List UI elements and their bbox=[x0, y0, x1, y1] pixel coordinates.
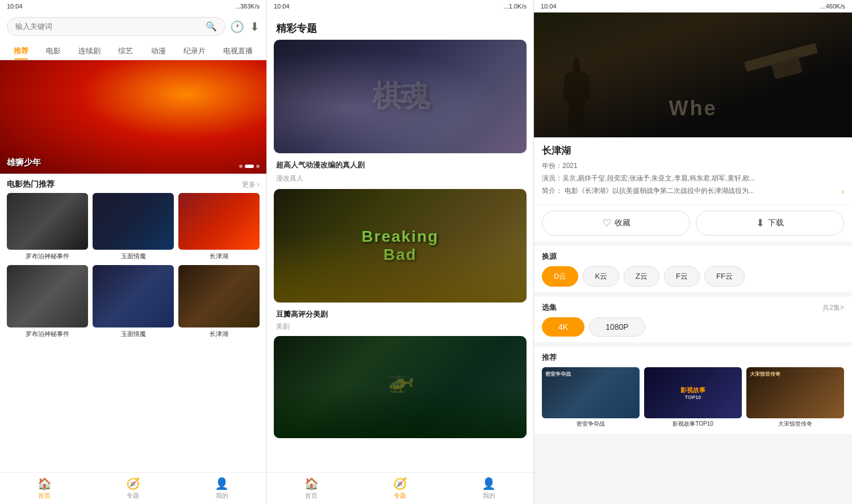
topic-header: 精彩专题 bbox=[267, 12, 533, 40]
movie-thumb-1 bbox=[7, 193, 88, 250]
movie-name2-3: 长津湖 bbox=[178, 330, 260, 338]
source-buttons: D云 K云 Z云 F云 FF云 bbox=[542, 266, 844, 287]
source-section: 换源 D云 K云 Z云 F云 FF云 bbox=[534, 246, 852, 292]
history-icon[interactable]: 🕐 bbox=[230, 20, 244, 33]
download-label: 下载 bbox=[768, 218, 784, 228]
status-bar-3: 10:04 ...460K/s bbox=[534, 0, 852, 12]
episode-count[interactable]: 共2集> bbox=[822, 303, 844, 313]
tab-recommend[interactable]: 推荐 bbox=[11, 43, 31, 60]
recommend-section: 推荐 密室争夺战 密室争夺战 影视故事 TOP10 影视故事TOP10 bbox=[534, 347, 852, 434]
nav-home-1[interactable]: 🏠 首页 bbox=[0, 473, 89, 503]
my-icon-2: 👤 bbox=[482, 477, 496, 490]
hero-dots bbox=[239, 165, 260, 168]
panel-topics: 10:04 ...1.0K/s 精彩专题 棋魂 超高人气动漫改编的真人剧 漫改真… bbox=[267, 0, 534, 504]
source-btn-d[interactable]: D云 bbox=[542, 266, 578, 287]
nav-my-2[interactable]: 👤 我的 bbox=[445, 473, 533, 503]
episode-btn-1080p[interactable]: 1080P bbox=[589, 317, 645, 337]
recommend-name-2: 影视故事TOP10 bbox=[644, 420, 742, 428]
tab-live[interactable]: 电视直播 bbox=[221, 43, 255, 60]
movie-section-header: 电影热门推荐 更多 › bbox=[0, 174, 266, 193]
expand-arrow[interactable]: › bbox=[841, 186, 844, 198]
episode-buttons: 4K 1080P bbox=[542, 317, 844, 337]
movie-card-2[interactable]: 玉面情魔 bbox=[93, 193, 174, 261]
topic-icon-2: 🧭 bbox=[393, 477, 407, 490]
recommend-card-2[interactable]: 影视故事 TOP10 影视故事TOP10 bbox=[644, 367, 742, 428]
hero-banner[interactable]: 雄狮少年 bbox=[0, 60, 266, 174]
download-icon[interactable]: ⬇ bbox=[250, 20, 260, 33]
video-player[interactable]: Whe bbox=[534, 12, 852, 137]
search-input-wrap[interactable]: 🔍 bbox=[7, 17, 225, 36]
source-btn-f[interactable]: F云 bbox=[664, 266, 700, 287]
movie-card2-1[interactable]: 罗布泊神秘事件 bbox=[7, 265, 88, 338]
desc-text: 电影《长津湖》以抗美援朝战争第二次战役中的长津湖战役为... bbox=[565, 186, 839, 196]
episode-section: 选集 共2集> 4K 1080P bbox=[534, 297, 852, 342]
episode-header: 选集 共2集> bbox=[542, 303, 844, 313]
topic-label-1: 专题 bbox=[127, 492, 139, 500]
topic-icon-1: 🧭 bbox=[126, 477, 140, 490]
dot-1 bbox=[239, 165, 243, 168]
movie-name2-2: 玉面情魔 bbox=[93, 330, 174, 338]
bottom-nav-1: 🏠 首页 🧭 专题 👤 我的 bbox=[0, 472, 266, 504]
source-btn-k[interactable]: K云 bbox=[583, 266, 619, 287]
rec-title-1: 密室争夺战 bbox=[542, 367, 640, 381]
status-bar-1: 10:04 ...383K/s bbox=[0, 0, 266, 12]
movie-card2-3[interactable]: 长津湖 bbox=[178, 265, 260, 338]
home-label-1: 首页 bbox=[38, 492, 51, 500]
episode-btn-4k[interactable]: 4K bbox=[542, 317, 584, 337]
video2-gradient bbox=[274, 387, 527, 438]
movie-thumb2-2 bbox=[93, 265, 174, 327]
source-label: 换源 bbox=[542, 251, 844, 262]
helicopter-icon: 🚁 bbox=[386, 367, 415, 393]
movie-thumb2-1 bbox=[7, 265, 88, 327]
recommend-card-3[interactable]: 大宋惊世传奇 大宋惊世传奇 bbox=[746, 367, 844, 428]
tab-variety[interactable]: 综艺 bbox=[116, 43, 135, 60]
search-input[interactable] bbox=[15, 22, 202, 31]
tab-anime[interactable]: 动漫 bbox=[149, 43, 168, 60]
rec-text-2: 影视故事 bbox=[680, 386, 705, 394]
signal-1: ...383K/s bbox=[235, 3, 260, 10]
topic-video-1[interactable]: BreakingBad bbox=[274, 189, 527, 303]
status-bar-2: 10:04 ...1.0K/s bbox=[267, 0, 533, 12]
panel-home: 10:04 ...383K/s 🔍 🕐 ⬇ 推荐 电影 连续剧 综艺 动漫 bbox=[0, 0, 267, 504]
dot-3 bbox=[256, 165, 260, 168]
collect-button[interactable]: ♡ 收藏 bbox=[542, 211, 690, 236]
section-title: 电影热门推荐 bbox=[7, 179, 55, 190]
movie-card2-2[interactable]: 玉面情魔 bbox=[93, 265, 174, 338]
nav-topic-1[interactable]: 🧭 专题 bbox=[89, 473, 177, 503]
movie-name2-1: 罗布泊神秘事件 bbox=[7, 330, 88, 338]
movie-card-3[interactable]: 长津湖 bbox=[178, 193, 260, 261]
source-btn-z[interactable]: Z云 bbox=[624, 266, 659, 287]
movie-card-1[interactable]: 罗布泊神秘事件 bbox=[7, 193, 88, 261]
source-btn-ff[interactable]: FF云 bbox=[704, 266, 745, 287]
my-label-2: 我的 bbox=[483, 492, 495, 500]
nav-topic-2[interactable]: 🧭 专题 bbox=[356, 473, 444, 503]
more-button[interactable]: 更多 › bbox=[242, 180, 260, 190]
movie-thumb2-3 bbox=[178, 265, 260, 327]
recommend-grid: 密室争夺战 密室争夺战 影视故事 TOP10 影视故事TOP10 大宋惊世传奇 … bbox=[542, 367, 844, 428]
bottom-nav-2: 🏠 首页 🧭 专题 👤 我的 bbox=[267, 472, 533, 504]
movie-grid-2: 罗布泊神秘事件 玉面情魔 长津湖 bbox=[0, 265, 266, 338]
topic-subdesc-1: 漫改真人 bbox=[267, 173, 533, 189]
home-label-2: 首页 bbox=[305, 492, 318, 500]
topic-video-2[interactable]: 🚁 bbox=[274, 336, 527, 438]
tab-series[interactable]: 连续剧 bbox=[76, 43, 103, 60]
nav-my-1[interactable]: 👤 我的 bbox=[178, 473, 266, 503]
nav-home-2[interactable]: 🏠 首页 bbox=[267, 473, 356, 503]
download-button[interactable]: ⬇ 下载 bbox=[696, 211, 844, 236]
recommend-thumb-2: 影视故事 TOP10 bbox=[644, 367, 742, 418]
tab-documentary[interactable]: 纪录片 bbox=[181, 43, 208, 60]
collect-label: 收藏 bbox=[615, 218, 630, 228]
dot-2 bbox=[245, 165, 254, 168]
topic-banner-1[interactable]: 棋魂 bbox=[274, 40, 527, 153]
home-icon-2: 🏠 bbox=[304, 477, 319, 490]
rec-content-2: 影视故事 TOP10 bbox=[678, 384, 708, 402]
recommend-name-3: 大宋惊世传奇 bbox=[746, 420, 844, 428]
search-icon[interactable]: 🔍 bbox=[206, 21, 217, 32]
tab-movie[interactable]: 电影 bbox=[44, 43, 63, 60]
topic-desc-1: 超高人气动漫改编的真人剧 bbox=[267, 158, 533, 173]
movie-actors: 演员：吴京,易烊千玺,段奕宏,张涵予,朱亚文,李晨,韩东君,胡军,黄轩,欧... bbox=[542, 173, 844, 183]
movie-thumb-2 bbox=[93, 193, 174, 250]
movie-thumb-bg-1 bbox=[7, 193, 88, 250]
movie-year: 年份：2021 bbox=[542, 161, 844, 171]
recommend-card-1[interactable]: 密室争夺战 密室争夺战 bbox=[542, 367, 640, 428]
